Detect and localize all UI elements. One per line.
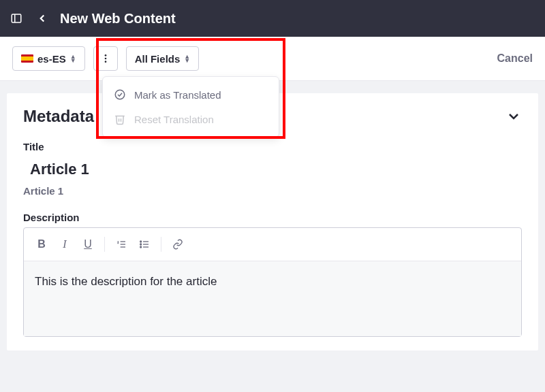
rich-text-editor: B I U This is the description for the ar…	[23, 227, 522, 337]
cancel-button[interactable]: Cancel	[497, 52, 533, 64]
svg-point-14	[140, 246, 142, 248]
title-field-label: Title	[23, 141, 522, 152]
panel-toggle-icon[interactable]	[8, 10, 25, 27]
mark-translated-item[interactable]: Mark as Translated	[103, 82, 279, 107]
svg-point-2	[104, 54, 106, 56]
mark-translated-label: Mark as Translated	[134, 89, 221, 101]
italic-button[interactable]: I	[54, 233, 76, 255]
ordered-list-icon	[116, 239, 127, 250]
section-title: Metadata	[23, 107, 94, 126]
locale-label: es-ES	[37, 53, 66, 65]
more-actions-button[interactable]	[93, 46, 118, 71]
bold-button[interactable]: B	[31, 233, 52, 255]
collapse-toggle[interactable]	[505, 108, 522, 125]
fields-filter-button[interactable]: All Fields ▲▼	[126, 46, 200, 71]
reset-translation-label: Reset Translation	[134, 114, 214, 125]
actions-dropdown: Mark as Translated Reset Translation	[102, 76, 279, 137]
unordered-list-button[interactable]	[134, 233, 155, 255]
rte-toolbar: B I U	[24, 228, 521, 261]
reset-translation-item: Reset Translation	[103, 107, 279, 131]
title-input[interactable]: Article 1	[23, 157, 522, 182]
sort-icon: ▲▼	[184, 54, 190, 63]
unordered-list-icon	[139, 239, 150, 250]
link-icon	[172, 239, 183, 250]
ordered-list-button[interactable]	[110, 233, 132, 255]
title-reference: Article 1	[23, 185, 522, 197]
toolbar-divider	[104, 237, 105, 252]
check-circle-icon	[114, 88, 126, 101]
link-button[interactable]	[167, 233, 189, 255]
svg-point-3	[104, 58, 106, 60]
svg-point-13	[140, 244, 142, 245]
description-field-label: Description	[23, 212, 522, 223]
locale-selector[interactable]: es-ES ▲▼	[12, 46, 85, 71]
svg-rect-0	[12, 14, 21, 22]
description-textarea[interactable]: This is the description for the article	[24, 261, 521, 336]
kebab-icon	[100, 53, 111, 64]
svg-point-5	[115, 90, 125, 99]
svg-point-4	[104, 61, 106, 63]
chevron-down-icon	[505, 108, 522, 125]
filter-label: All Fields	[135, 53, 181, 65]
toolbar-divider	[161, 237, 161, 252]
flag-es-icon	[21, 54, 33, 63]
back-icon[interactable]	[34, 10, 50, 27]
underline-button[interactable]: U	[77, 233, 99, 255]
svg-point-12	[140, 241, 142, 242]
trash-icon	[114, 113, 126, 125]
sort-icon: ▲▼	[70, 54, 76, 63]
page-title: New Web Content	[60, 11, 176, 27]
